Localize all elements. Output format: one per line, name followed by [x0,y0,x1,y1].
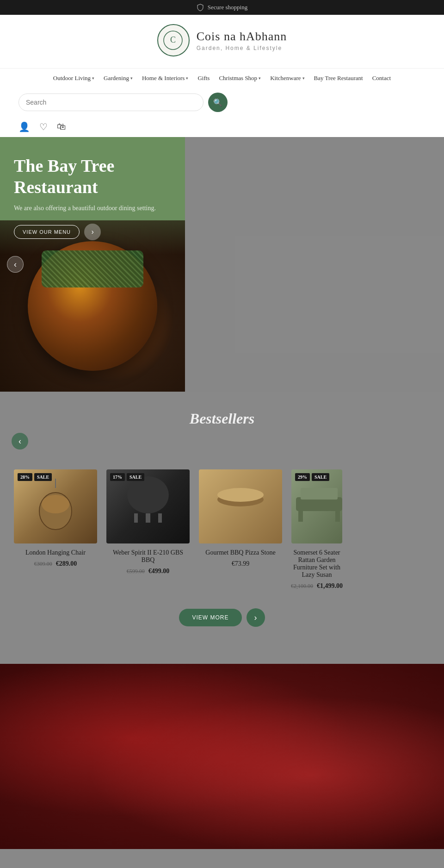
chevron-down-icon: ▾ [92,76,94,81]
view-more-arrow-button[interactable]: › [247,608,265,627]
pizza-stone-svg [213,469,268,525]
shield-icon [197,4,204,11]
nav-item-kitchenware[interactable]: Kitchenware ▾ [266,72,308,84]
food-greens-decoration [42,250,143,287]
price-old-1: €309.00 [34,561,52,568]
hero-section: The Bay Tree Restaurant We are also offe… [0,137,444,392]
product-name-2: Weber Spirit II E-210 GBS BBQ [106,549,190,564]
sale-badge-1: SALE [34,473,52,481]
logo-text-area: Cois na hAbhann Garden, Home & Lifestyle [197,30,287,51]
chevron-down-icon: ▾ [302,76,305,81]
product-card-rattan[interactable]: 29% SALE Somerset 6 Seater Rattan Garden… [287,465,347,594]
sale-badge-4: SALE [312,473,329,481]
food-bowl-image [28,241,157,371]
badge-wrap-2: 17% SALE [110,473,144,481]
hanging-chair-svg [37,479,74,534]
product-image-rattan: 29% SALE [291,469,342,543]
hero-btn-next-icon[interactable]: › [84,224,101,240]
sale-badge-2: SALE [127,473,144,481]
product-image-pizza [199,469,282,543]
account-icon[interactable]: 👤 [18,121,30,132]
hero-subtitle: We are also offering a beautiful outdoor… [14,205,171,212]
hero-prev-button[interactable]: ‹ [7,256,24,273]
svg-point-5 [127,476,169,513]
arrow-right-icon: › [254,613,257,623]
product-name-4: Somerset 6 Seater Rattan Garden Furnitur… [291,549,342,579]
nav-item-outdoor-living[interactable]: Outdoor Living ▾ [49,72,98,84]
nav-item-gardening[interactable]: Gardening ▾ [100,72,136,84]
logo-title: Cois na hAbhann [197,30,287,44]
badge-wrap-4: 29% SALE [295,473,329,481]
hero-overlay-right [185,137,444,392]
logo-icon: C [163,30,184,51]
search-input-wrap [18,94,204,111]
view-menu-button[interactable]: VIEW OUR MENU [14,225,80,239]
search-area: 🔍 [0,88,444,119]
wishlist-icon[interactable]: ♡ [39,121,48,132]
chevron-left-icon: ‹ [18,437,21,446]
svg-point-4 [42,495,69,513]
nav-item-contact[interactable]: Contact [369,72,395,84]
product-card-hanging-chair[interactable]: 28% SALE London Hanging Chair €309.00 €2… [9,465,102,572]
svg-text:C: C [170,35,176,44]
svg-point-10 [217,488,264,502]
products-prev-button[interactable]: ‹ [12,433,28,450]
product-prices-1: €309.00 €289.00 [14,560,97,568]
hero-text-block: The Bay Tree Restaurant We are also offe… [0,137,185,250]
product-image-hanging-chair: 28% SALE [14,469,97,543]
nav-item-christmas-shop[interactable]: Christmas Shop ▾ [215,72,265,84]
products-wrapper: ‹ 28% SALE [0,441,444,599]
nav-item-bay-tree-restaurant[interactable]: Bay Tree Restaurant [310,72,367,84]
chevron-down-icon: ▾ [259,76,261,81]
nav-item-home-interiors[interactable]: Home & Interiors ▾ [138,72,192,84]
nav-item-gifts[interactable]: Gifts [194,72,213,84]
logo-subtitle: Garden, Home & Lifestyle [197,45,287,51]
secure-shopping-text: Secure shopping [208,4,247,11]
bottom-image-section [0,664,444,849]
bottom-image-inner [0,664,444,849]
product-image-bbq: 17% SALE [106,469,190,543]
product-card-bbq[interactable]: 17% SALE Weber Spirit II E-210 GBS BBQ €… [102,465,194,580]
product-name-1: London Hanging Chair [14,549,97,556]
svg-rect-6 [146,513,150,523]
logo-area: C Cois na hAbhann Garden, Home & Lifesty… [157,24,287,56]
price-new-4: €1,499.00 [317,582,343,590]
price-old-4: €2,100.00 [291,583,313,590]
discount-badge-1: 28% [18,473,32,481]
search-button[interactable]: 🔍 [208,93,228,112]
product-card-pizza-stone[interactable]: Gourmet BBQ Pizza Stone €73.99 [194,465,287,572]
badge-wrap-1: 28% SALE [18,473,52,481]
svg-rect-13 [298,510,303,522]
header-icons: 👤 ♡ 🛍 [0,119,444,137]
hero-slide: The Bay Tree Restaurant We are also offe… [0,137,185,392]
view-more-wrap: VIEW MORE › [0,608,444,627]
discount-badge-4: 29% [295,473,310,481]
hero-btn-wrap: VIEW OUR MENU › [14,224,171,240]
search-icon: 🔍 [213,98,222,107]
product-prices-3: €73.99 [199,560,282,568]
view-more-button[interactable]: VIEW MORE [179,609,241,626]
price-new-2: €499.00 [148,568,170,575]
product-prices-4: €2,100.00 €1,499.00 [291,582,342,590]
logo-circle: C [157,24,190,56]
price-only-3: €73.99 [232,560,250,568]
pizza-stone-image [199,469,282,543]
cart-icon[interactable]: 🛍 [57,121,66,132]
price-old-2: €599.00 [127,568,145,575]
svg-rect-7 [134,513,138,523]
product-name-3: Gourmet BBQ Pizza Stone [199,549,282,556]
header: C Cois na hAbhann Garden, Home & Lifesty… [0,15,444,68]
top-bar: Secure shopping [0,0,444,15]
svg-rect-14 [335,510,340,522]
hero-title: The Bay Tree Restaurant [14,156,171,198]
chevron-down-icon: ▾ [130,76,133,81]
price-new-1: €289.00 [56,560,77,568]
svg-rect-12 [301,488,338,500]
main-nav: Outdoor Living ▾ Gardening ▾ Home & Inte… [0,68,444,88]
product-prices-2: €599.00 €499.00 [106,568,190,575]
search-input[interactable] [18,94,204,111]
bestsellers-title: Bestsellers [0,410,444,427]
svg-rect-8 [158,513,162,523]
chevron-down-icon: ▾ [186,76,188,81]
products-row: 28% SALE London Hanging Chair €309.00 €2… [0,460,444,599]
